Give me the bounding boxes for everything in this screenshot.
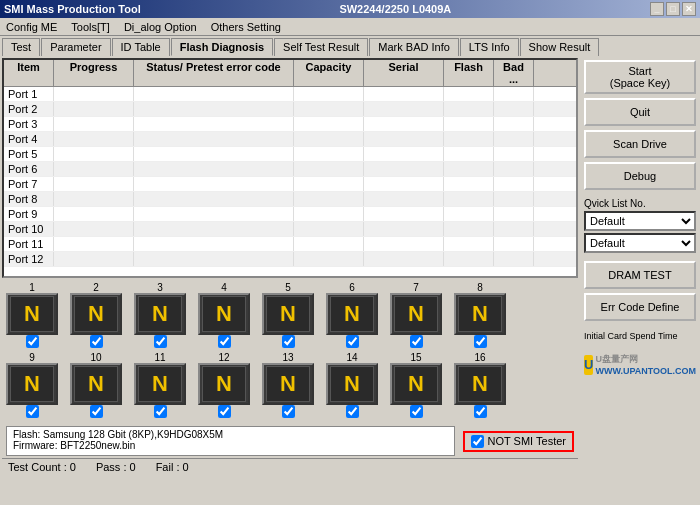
flash-info-box: Flash: Samsung 128 Gbit (8KP),K9HDG08X5M… — [6, 426, 455, 456]
table-row: Port 11 — [4, 237, 576, 252]
port-icon-11[interactable]: 11 N — [130, 352, 190, 418]
quick-list-label: Qvick List No. — [584, 198, 696, 209]
title-bar: SMI Mass Production Tool SW2244/2250 L04… — [0, 0, 700, 18]
port-checkbox-4[interactable] — [218, 335, 231, 348]
err-code-define-button[interactable]: Err Code Define — [584, 293, 696, 321]
port-icon-1[interactable]: 1 N — [2, 282, 62, 348]
port-checkbox-15[interactable] — [410, 405, 423, 418]
table-row: Port 5 — [4, 147, 576, 162]
port-table: Item Progress Status/ Pretest error code… — [2, 58, 578, 278]
table-row: Port 3 — [4, 117, 576, 132]
table-row: Port 10 — [4, 222, 576, 237]
flash-line2: Firmware: BFT2250new.bin — [13, 440, 448, 451]
port-icon-3[interactable]: 3 N — [130, 282, 190, 348]
col-status: Status/ Pretest error code — [134, 60, 294, 86]
u-icon: U — [584, 355, 593, 375]
port-icon-4[interactable]: 4 N — [194, 282, 254, 348]
port-checkbox-12[interactable] — [218, 405, 231, 418]
not-smi-tester-box[interactable]: NOT SMI Tester — [463, 431, 574, 452]
port-checkbox-6[interactable] — [346, 335, 359, 348]
table-row: Port 2 — [4, 102, 576, 117]
tab-parameter[interactable]: Parameter — [41, 38, 110, 56]
tab-lts-info[interactable]: LTS Info — [460, 38, 519, 56]
port-checkbox-11[interactable] — [154, 405, 167, 418]
table-row: Port 9 — [4, 207, 576, 222]
port-checkbox-10[interactable] — [90, 405, 103, 418]
port-checkbox-14[interactable] — [346, 405, 359, 418]
port-icons-row-1: 1 N 2 N 3 N 4 N — [2, 282, 578, 348]
col-flash: Flash — [444, 60, 494, 86]
flash-line1: Flash: Samsung 128 Gbit (8KP),K9HDG08X5M — [13, 429, 448, 440]
port-checkbox-9[interactable] — [26, 405, 39, 418]
port-checkbox-13[interactable] — [282, 405, 295, 418]
tab-show-result[interactable]: Show Result — [520, 38, 600, 56]
port-icon-13[interactable]: 13 N — [258, 352, 318, 418]
left-panel: Item Progress Status/ Pretest error code… — [0, 56, 580, 501]
menu-tools[interactable]: Tools[T] — [67, 20, 114, 34]
menu-config[interactable]: Config ME — [2, 20, 61, 34]
logo-area: U U盘量产网 WWW.UPANTOOL.COM — [584, 353, 696, 376]
tab-id-table[interactable]: ID Table — [112, 38, 170, 56]
port-icon-8[interactable]: 8 N — [450, 282, 510, 348]
watermark: U盘量产网 — [595, 353, 696, 366]
port-icon-7[interactable]: 7 N — [386, 282, 446, 348]
quit-button[interactable]: Quit — [584, 98, 696, 126]
app-title: SMI Mass Production Tool — [4, 3, 141, 15]
close-button[interactable]: ✕ — [682, 2, 696, 16]
port-icon-9[interactable]: 9 N — [2, 352, 62, 418]
tab-bar: Test Parameter ID Table Flash Diagnosis … — [0, 36, 700, 56]
not-smi-tester-checkbox[interactable] — [471, 435, 484, 448]
col-capacity: Capacity — [294, 60, 364, 86]
pass-count: Pass : 0 — [96, 461, 136, 473]
not-smi-tester-label: NOT SMI Tester — [488, 435, 566, 447]
table-row: Port 1 — [4, 87, 576, 102]
table-row: Port 8 — [4, 192, 576, 207]
port-checkbox-2[interactable] — [90, 335, 103, 348]
menu-dialog[interactable]: Di_alog Option — [120, 20, 201, 34]
tab-test[interactable]: Test — [2, 38, 40, 56]
tab-self-test[interactable]: Self Test Result — [274, 38, 368, 56]
port-icon-10[interactable]: 10 N — [66, 352, 126, 418]
bottom-info: Flash: Samsung 128 Gbit (8KP),K9HDG08X5M… — [2, 424, 578, 458]
port-icon-2[interactable]: 2 N — [66, 282, 126, 348]
minimize-button[interactable]: _ — [650, 2, 664, 16]
table-row: Port 6 — [4, 162, 576, 177]
port-icon-6[interactable]: 6 N — [322, 282, 382, 348]
port-checkbox-8[interactable] — [474, 335, 487, 348]
port-icon-5[interactable]: 5 N — [258, 282, 318, 348]
quick-list-section: Qvick List No. Default Default — [584, 198, 696, 253]
port-checkbox-5[interactable] — [282, 335, 295, 348]
fail-count: Fail : 0 — [156, 461, 189, 473]
version-label: SW2244/2250 L0409A — [339, 3, 451, 15]
port-checkbox-1[interactable] — [26, 335, 39, 348]
tab-flash-diagnosis[interactable]: Flash Diagnosis — [171, 38, 273, 56]
dram-test-button[interactable]: DRAM TEST — [584, 261, 696, 289]
tab-mark-bad[interactable]: Mark BAD Info — [369, 38, 459, 56]
warning-text: 一定要勾选，否则产量工具识别不到SSD硬盘 — [150, 273, 431, 278]
initial-card-label: Initial Card Spend Time — [584, 329, 696, 341]
port-checkbox-7[interactable] — [410, 335, 423, 348]
main-content: Item Progress Status/ Pretest error code… — [0, 56, 700, 501]
menu-bar: Config ME Tools[T] Di_alog Option Others… — [0, 18, 700, 36]
quick-list-dropdown-2[interactable]: Default — [584, 233, 696, 253]
menu-others[interactable]: Others Setting — [207, 20, 285, 34]
port-checkbox-3[interactable] — [154, 335, 167, 348]
scan-drive-button[interactable]: Scan Drive — [584, 130, 696, 158]
port-icon-14[interactable]: 14 N — [322, 352, 382, 418]
test-count: Test Count : 0 — [8, 461, 76, 473]
col-serial: Serial — [364, 60, 444, 86]
port-checkbox-16[interactable] — [474, 405, 487, 418]
maximize-button[interactable]: □ — [666, 2, 680, 16]
website: WWW.UPANTOOL.COM — [595, 366, 696, 376]
port-icon-15[interactable]: 15 N — [386, 352, 446, 418]
warning-area: 一定要勾选，否则产量工具识别不到SSD硬盘 — [4, 267, 576, 278]
debug-button[interactable]: Debug — [584, 162, 696, 190]
start-button[interactable]: Start (Space Key) — [584, 60, 696, 94]
quick-list-dropdown-1[interactable]: Default — [584, 211, 696, 231]
port-icons-area: 1 N 2 N 3 N 4 N — [2, 282, 578, 422]
col-bad: Bad ... — [494, 60, 534, 86]
status-bar: Test Count : 0 Pass : 0 Fail : 0 — [2, 458, 578, 475]
right-panel: Start (Space Key) Quit Scan Drive Debug … — [580, 56, 700, 501]
port-icon-16[interactable]: 16 N — [450, 352, 510, 418]
port-icon-12[interactable]: 12 N — [194, 352, 254, 418]
